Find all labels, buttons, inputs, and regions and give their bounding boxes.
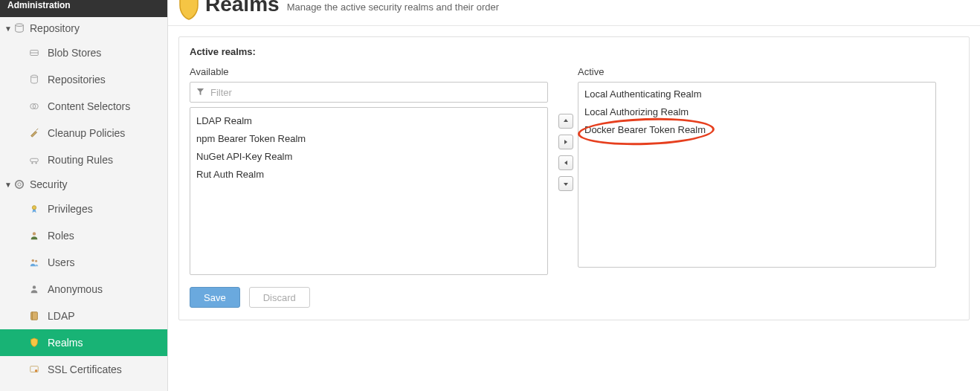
svg-point-15 [35, 260, 37, 262]
svg-point-3 [31, 75, 38, 77]
available-list[interactable]: LDAP Realm npm Bearer Token Realm NuGet … [190, 107, 548, 275]
sidebar-item-label: Privileges [48, 203, 93, 215]
move-down-button[interactable] [558, 176, 573, 191]
list-item[interactable]: Rut Auth Realm [196, 166, 541, 184]
sidebar-item-routing-rules[interactable]: Routing Rules [0, 146, 167, 173]
sidebar-item-cleanup-policies[interactable]: Cleanup Policies [0, 120, 167, 146]
list-item[interactable]: LDAP Realm [196, 112, 541, 130]
move-up-button[interactable] [558, 114, 573, 129]
sidebar-item-label: Roles [48, 230, 74, 242]
admin-header: Administration [0, 0, 167, 17]
sidebar-item-blob-stores[interactable]: Blob Stores [0, 39, 167, 66]
section-title: Active realms: [190, 46, 958, 57]
database-icon [13, 22, 25, 34]
list-item[interactable]: Local Authorizing Realm [584, 103, 929, 121]
sidebar-item-content-selectors[interactable]: Content Selectors [0, 93, 167, 120]
available-title: Available [190, 66, 548, 77]
move-right-button[interactable] [558, 135, 573, 149]
sidebar: Administration ▼ Repository Blob Stores … [0, 0, 168, 391]
list-item[interactable]: npm Bearer Token Realm [196, 130, 541, 148]
sidebar-item-label: Realms [48, 337, 83, 349]
book-icon [28, 310, 40, 322]
svg-point-9 [36, 162, 37, 164]
sidebar-item-label: Anonymous [48, 283, 103, 295]
svg-line-6 [36, 129, 39, 131]
list-item[interactable]: NuGet API-Key Realm [196, 148, 541, 166]
discard-button[interactable]: Discard [249, 287, 310, 308]
sidebar-item-ssl-certificates[interactable]: SSL Certificates [0, 356, 167, 383]
cert-icon [28, 363, 40, 375]
sidebar-item-realms[interactable]: Realms [0, 329, 167, 356]
medal-icon [28, 203, 40, 215]
person-anon-icon [28, 283, 40, 295]
svg-point-13 [33, 232, 36, 235]
svg-point-14 [32, 259, 35, 262]
broom-icon [28, 127, 40, 139]
sidebar-item-label: Blob Stores [48, 47, 101, 59]
sidebar-item-label: Cleanup Policies [48, 127, 125, 139]
nav-group-security[interactable]: ▼ Security [0, 173, 167, 196]
svg-point-0 [16, 24, 24, 27]
sidebar-item-label: Repositories [48, 74, 106, 85]
svg-point-12 [32, 206, 36, 210]
svg-point-10 [16, 181, 24, 189]
page-title: Realms [205, 0, 280, 15]
action-bar: Save Discard [190, 287, 958, 308]
active-list[interactable]: Local Authenticating Realm Local Authori… [578, 82, 936, 268]
main-panel: Realms Manage the active security realms… [168, 0, 980, 391]
sidebar-item-label: Routing Rules [48, 154, 113, 166]
venn-icon [28, 100, 40, 112]
list-item[interactable]: Docker Bearer Token Realm [584, 121, 929, 139]
realms-card: Active realms: Available LDAP Realm [178, 36, 970, 320]
filter-box[interactable] [190, 82, 548, 103]
blobstore-icon [28, 47, 40, 59]
shield-icon [178, 0, 199, 21]
sidebar-item-label: Users [48, 256, 75, 268]
list-item[interactable]: Local Authenticating Realm [584, 85, 929, 103]
filter-icon [196, 87, 204, 98]
nav-group-label: Repository [30, 22, 80, 34]
nav-group-repository[interactable]: ▼ Repository [0, 17, 167, 39]
svg-point-8 [31, 162, 33, 164]
save-button[interactable]: Save [190, 287, 240, 308]
sidebar-item-ldap[interactable]: LDAP [0, 303, 167, 329]
database-icon [28, 74, 40, 85]
route-icon [28, 154, 40, 166]
caret-down-icon: ▼ [4, 181, 12, 189]
life-ring-icon [13, 178, 25, 190]
caret-down-icon: ▼ [4, 25, 12, 33]
nav-group-label: Security [30, 178, 68, 190]
transfer-controls [554, 66, 578, 191]
sidebar-item-label: SSL Certificates [48, 363, 122, 375]
filter-input[interactable] [209, 86, 541, 99]
sidebar-item-anonymous[interactable]: Anonymous [0, 276, 167, 303]
sidebar-item-repositories[interactable]: Repositories [0, 66, 167, 93]
shield-icon [28, 337, 40, 349]
svg-point-11 [18, 183, 21, 186]
person-role-icon [28, 230, 40, 242]
sidebar-item-label: Content Selectors [48, 100, 130, 112]
sidebar-item-users[interactable]: Users [0, 249, 167, 276]
sidebar-item-roles[interactable]: Roles [0, 222, 167, 249]
page-header: Realms Manage the active security realms… [168, 0, 980, 26]
page-subtitle: Manage the active security realms and th… [287, 1, 499, 13]
sidebar-item-privileges[interactable]: Privileges [0, 196, 167, 222]
sidebar-item-label: LDAP [48, 310, 75, 322]
move-left-button[interactable] [558, 155, 573, 170]
active-title: Active [578, 66, 936, 77]
transfer-widget: Available LDAP Realm npm Bearer Token Re… [190, 66, 958, 275]
svg-point-16 [33, 285, 36, 288]
people-icon [28, 256, 40, 268]
svg-point-20 [35, 369, 38, 372]
svg-rect-7 [30, 158, 39, 161]
